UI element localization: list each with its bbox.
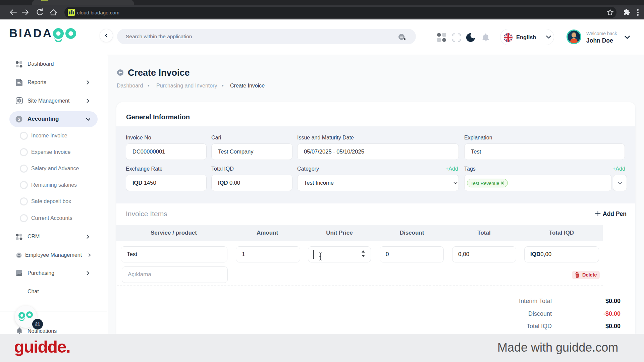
svg-text:$: $ — [18, 117, 20, 122]
